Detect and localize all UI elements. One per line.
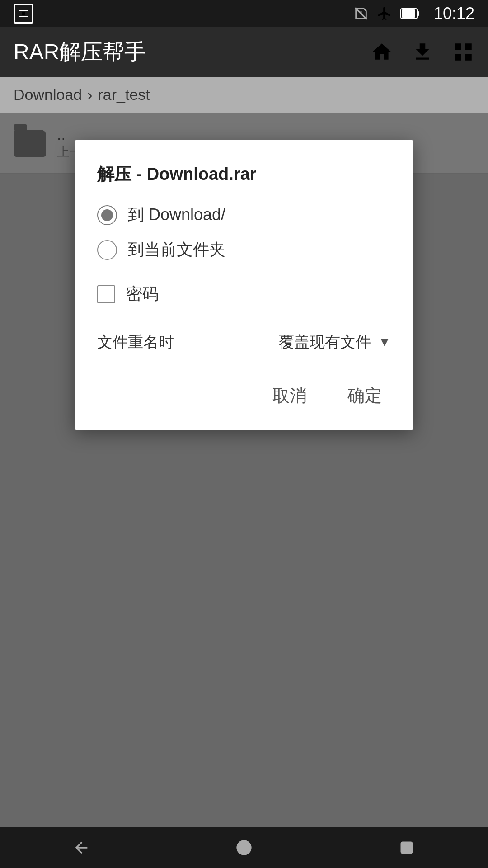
download-icon[interactable] bbox=[411, 41, 434, 63]
divider-1 bbox=[97, 274, 391, 274]
main-content: .. 上一级 解压 - Download.rar 到 Download/ 到当前… bbox=[0, 113, 488, 827]
radio-option-download[interactable]: 到 Download/ bbox=[97, 204, 391, 226]
dialog-actions: 取消 确定 bbox=[97, 375, 391, 412]
conflict-value: 覆盖现有文件 bbox=[279, 332, 371, 353]
status-bar-icons: 10:12 bbox=[353, 4, 474, 23]
app-bar-actions bbox=[371, 41, 474, 63]
breadcrumb-part2[interactable]: rar_test bbox=[98, 86, 150, 104]
dialog-title: 解压 - Download.rar bbox=[97, 163, 391, 186]
breadcrumb: Download › rar_test bbox=[14, 86, 150, 104]
svg-point-0 bbox=[22, 12, 25, 15]
breadcrumb-separator: › bbox=[87, 86, 92, 104]
nav-bar bbox=[0, 827, 488, 868]
dialog-overlay: 解压 - Download.rar 到 Download/ 到当前文件夹 密码 bbox=[0, 113, 488, 827]
app-bar: RAR解压帮手 bbox=[0, 27, 488, 77]
radio-download-inner bbox=[101, 209, 113, 221]
recent-icon[interactable] bbox=[389, 830, 425, 866]
radio-option-current[interactable]: 到当前文件夹 bbox=[97, 239, 391, 261]
status-bar-left bbox=[14, 0, 33, 27]
app-title: RAR解压帮手 bbox=[14, 38, 371, 66]
status-bar: 10:12 bbox=[0, 0, 488, 27]
back-icon[interactable] bbox=[63, 830, 99, 866]
checkbox-password-label: 密码 bbox=[126, 283, 159, 305]
radio-download-circle[interactable] bbox=[97, 205, 117, 225]
battery-icon bbox=[400, 7, 420, 20]
checkbox-password[interactable]: 密码 bbox=[97, 283, 391, 305]
conflict-row: 文件重名时 覆盖现有文件 ▼ bbox=[97, 332, 391, 353]
radio-download-label: 到 Download/ bbox=[128, 204, 225, 226]
divider-2 bbox=[97, 318, 391, 318]
home-nav-icon[interactable] bbox=[226, 830, 262, 866]
photo-icon bbox=[14, 4, 33, 24]
dialog-title-prefix: 解压 - bbox=[97, 165, 147, 184]
svg-rect-5 bbox=[402, 9, 415, 18]
svg-rect-4 bbox=[417, 11, 419, 16]
radio-current-label: 到当前文件夹 bbox=[128, 239, 225, 261]
svg-rect-7 bbox=[401, 842, 412, 853]
checkbox-password-box[interactable] bbox=[97, 285, 115, 303]
status-time: 10:12 bbox=[434, 4, 474, 23]
breadcrumb-bar: Download › rar_test bbox=[0, 77, 488, 113]
conflict-select[interactable]: 覆盖现有文件 ▼ bbox=[279, 332, 391, 353]
conflict-label: 文件重名时 bbox=[97, 332, 174, 353]
svg-point-6 bbox=[237, 841, 251, 854]
home-icon[interactable] bbox=[371, 41, 393, 63]
chevron-down-icon: ▼ bbox=[378, 335, 391, 349]
sim-icon bbox=[353, 6, 369, 21]
airplane-icon bbox=[377, 6, 392, 21]
dialog-title-filename: Download.rar bbox=[147, 165, 257, 184]
radio-current-circle[interactable] bbox=[97, 240, 117, 260]
confirm-button[interactable]: 确定 bbox=[338, 380, 391, 412]
grid-icon[interactable] bbox=[452, 41, 474, 63]
cancel-button[interactable]: 取消 bbox=[263, 380, 316, 412]
extract-dialog: 解压 - Download.rar 到 Download/ 到当前文件夹 密码 bbox=[75, 140, 413, 430]
breadcrumb-part1[interactable]: Download bbox=[14, 86, 82, 104]
